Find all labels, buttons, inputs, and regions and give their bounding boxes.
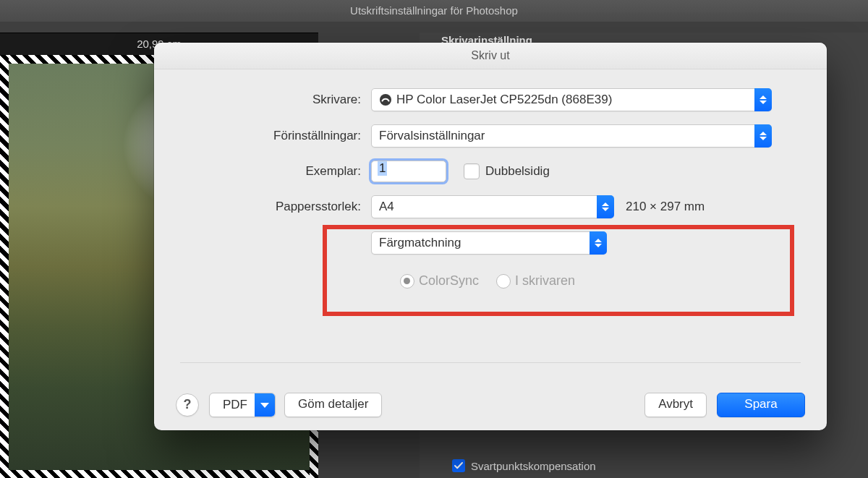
blackpoint-comp-row: Svartpunktskompensation bbox=[452, 459, 596, 472]
dialog-title: Skriv ut bbox=[154, 43, 827, 69]
printer-select[interactable]: HP Color LaserJet CP5225dn (868E39) bbox=[371, 88, 772, 111]
print-dialog: Skriv ut Skrivare: HP Color LaserJet CP5… bbox=[154, 43, 827, 430]
help-button[interactable]: ? bbox=[176, 393, 199, 417]
copies-input[interactable]: 1 bbox=[371, 161, 446, 182]
copies-row: Exemplar: 1 Dubbelsidig bbox=[180, 161, 801, 182]
radio-in-printer[interactable]: I skrivaren bbox=[496, 273, 575, 289]
color-match-radio-group: ColorSync I skrivaren bbox=[361, 273, 614, 289]
pdf-button-label: PDF bbox=[223, 394, 247, 416]
radio-label: I skrivaren bbox=[515, 273, 575, 289]
section-row: Färgmatchning bbox=[180, 231, 801, 255]
presets-select-value: Förvalsinställningar bbox=[379, 129, 485, 143]
checkbox-checked[interactable] bbox=[452, 459, 465, 472]
duplex-checkbox[interactable] bbox=[464, 163, 480, 179]
chevron-down-icon bbox=[255, 393, 275, 417]
presets-row: Förinställningar: Förvalsinställningar bbox=[180, 124, 801, 148]
background-window-title: Utskriftsinställningar för Photoshop bbox=[0, 0, 868, 22]
hatch-border bbox=[0, 55, 9, 478]
radio-icon bbox=[400, 274, 414, 289]
presets-select[interactable]: Förvalsinställningar bbox=[371, 124, 772, 148]
copies-value: 1 bbox=[378, 161, 387, 176]
presets-label: Förinställningar: bbox=[180, 129, 371, 143]
save-button[interactable]: Spara bbox=[717, 393, 805, 417]
paper-size-select[interactable]: A4 bbox=[371, 195, 614, 218]
select-stepper-icon bbox=[590, 231, 607, 255]
dialog-footer: ? PDF Göm detaljer Avbryt Spara bbox=[154, 380, 827, 430]
section-select-value: Färgmatchning bbox=[379, 236, 461, 250]
cancel-button[interactable]: Avbryt bbox=[644, 393, 707, 417]
printer-label: Skrivare: bbox=[180, 93, 371, 107]
copies-label: Exemplar: bbox=[180, 164, 371, 179]
select-stepper-icon bbox=[754, 124, 772, 148]
paper-dimensions: 210 × 297 mm bbox=[626, 200, 705, 214]
radio-colorsync[interactable]: ColorSync bbox=[400, 273, 479, 289]
select-stepper-icon bbox=[597, 195, 614, 218]
duplex-label: Dubbelsidig bbox=[485, 164, 550, 179]
section-select[interactable]: Färgmatchning bbox=[371, 231, 607, 255]
radio-icon bbox=[496, 274, 511, 289]
select-stepper-icon bbox=[754, 88, 772, 111]
hatch-border bbox=[0, 470, 318, 478]
radio-label: ColorSync bbox=[419, 273, 479, 289]
printer-row: Skrivare: HP Color LaserJet CP5225dn (86… bbox=[180, 88, 801, 111]
paper-size-value: A4 bbox=[379, 200, 394, 214]
hide-details-button[interactable]: Göm detaljer bbox=[284, 393, 382, 417]
printer-select-value: HP Color LaserJet CP5225dn (868E39) bbox=[396, 93, 612, 107]
printer-status-icon bbox=[379, 93, 392, 106]
print-form: Skrivare: HP Color LaserJet CP5225dn (86… bbox=[154, 69, 827, 289]
paper-label: Pappersstorlek: bbox=[180, 200, 371, 214]
checkbox-label: Svartpunktskompensation bbox=[471, 460, 596, 472]
paper-row: Pappersstorlek: A4 210 × 297 mm bbox=[180, 195, 801, 218]
pdf-button[interactable]: PDF bbox=[209, 393, 276, 417]
divider bbox=[180, 362, 801, 363]
svg-point-0 bbox=[380, 94, 391, 106]
